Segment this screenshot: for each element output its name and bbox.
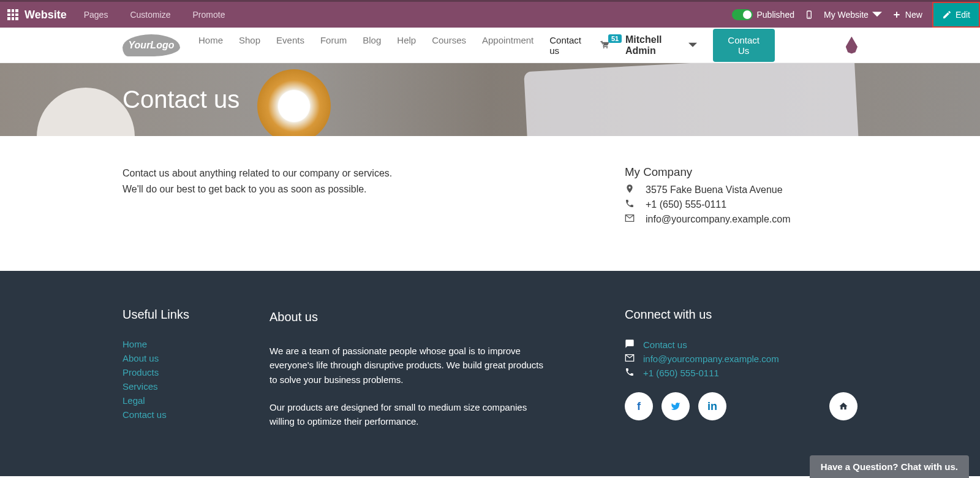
phone-icon [625, 367, 635, 379]
page-title: Contact us [123, 86, 239, 113]
site-nav: Home Shop Events Forum Blog Help Courses… [198, 35, 581, 56]
published-toggle[interactable]: Published [732, 9, 794, 20]
my-website-dropdown[interactable]: My Website [824, 10, 882, 20]
topbar-menu-customize[interactable]: Customize [130, 10, 170, 20]
contact-us-button[interactable]: Contact Us [713, 29, 775, 62]
new-button[interactable]: New [892, 10, 922, 20]
linkedin-icon: in [707, 400, 717, 413]
site-footer: Useful Links Home About us Products Serv… [0, 271, 980, 476]
apps-icon[interactable] [7, 9, 18, 20]
contact-intro-line1: Contact us about anything related to our… [123, 165, 588, 181]
nav-courses[interactable]: Courses [432, 35, 466, 56]
hero-decor [524, 63, 861, 136]
footer-links-heading: Useful Links [123, 308, 233, 322]
nav-contact-us[interactable]: Contact us [549, 35, 581, 56]
hero-decor [37, 88, 135, 136]
company-email: info@yourcompany.example.com [646, 214, 791, 225]
mail-icon [625, 353, 635, 365]
footer-about-column: About us We are a team of passionate peo… [270, 308, 551, 442]
published-label: Published [756, 10, 794, 20]
chat-bubble-icon [625, 339, 635, 351]
edit-button[interactable]: Edit [932, 2, 980, 28]
cart-count-badge: 51 [608, 34, 622, 43]
social-home-button[interactable] [829, 392, 858, 420]
home-icon [839, 401, 848, 411]
caret-down-icon [872, 10, 882, 20]
caret-down-icon [688, 40, 697, 50]
nav-forum[interactable]: Forum [320, 35, 347, 56]
mobile-icon [804, 10, 814, 20]
footer-connect-email[interactable]: info@yourcompany.example.com [643, 354, 779, 364]
footer-connect-heading: Connect with us [625, 308, 858, 322]
social-twitter-button[interactable] [662, 392, 690, 420]
company-info: My Company 3575 Fake Buena Vista Avenue … [625, 165, 858, 228]
footer-link-home[interactable]: Home [123, 339, 233, 349]
nav-help[interactable]: Help [397, 35, 416, 56]
contact-intro-line2: We'll do our best to get back to you as … [123, 181, 588, 197]
cart-button[interactable]: 51 [600, 39, 609, 51]
footer-link-services[interactable]: Services [123, 381, 233, 392]
contact-intro: Contact us about anything related to our… [123, 165, 588, 228]
pencil-icon [942, 10, 952, 20]
social-linkedin-button[interactable]: in [698, 392, 726, 420]
mobile-preview-button[interactable] [804, 10, 814, 20]
facebook-icon: f [637, 400, 641, 413]
nav-events[interactable]: Events [276, 35, 304, 56]
svg-point-4 [603, 47, 605, 48]
site-header: YourLogo Home Shop Events Forum Blog Hel… [0, 28, 980, 63]
plus-icon [892, 10, 902, 20]
nav-appointment[interactable]: Appointment [482, 35, 533, 56]
footer-about-p1: We are a team of passionate people whose… [270, 344, 551, 387]
footer-about-p2: Our products are designed for small to m… [270, 400, 551, 429]
footer-link-contact[interactable]: Contact us [123, 409, 233, 420]
user-dropdown[interactable]: Mitchell Admin [625, 34, 697, 56]
admin-topbar: Website Pages Customize Promote Publishe… [0, 0, 980, 28]
topbar-menu-pages[interactable]: Pages [84, 10, 108, 20]
theme-drop-icon[interactable] [846, 37, 858, 54]
svg-point-5 [606, 47, 608, 48]
company-address: 3575 Fake Buena Vista Avenue [646, 184, 783, 195]
footer-link-legal[interactable]: Legal [123, 395, 233, 406]
mail-icon [625, 213, 635, 226]
logo-image: YourLogo [123, 34, 180, 56]
hero-banner: Contact us [0, 63, 980, 136]
footer-connect-column: Connect with us Contact us info@yourcomp… [625, 308, 858, 442]
footer-link-products[interactable]: Products [123, 367, 233, 377]
twitter-icon [671, 401, 680, 411]
nav-shop[interactable]: Shop [239, 35, 260, 56]
footer-connect-contact[interactable]: Contact us [643, 340, 687, 350]
nav-home[interactable]: Home [198, 35, 223, 56]
hero-decor [257, 69, 331, 136]
social-facebook-button[interactable]: f [625, 392, 653, 420]
footer-about-heading: About us [270, 308, 551, 327]
company-phone: +1 (650) 555-0111 [646, 199, 726, 210]
site-logo[interactable]: YourLogo [123, 33, 180, 58]
footer-links-column: Useful Links Home About us Products Serv… [123, 308, 233, 442]
nav-blog[interactable]: Blog [363, 35, 381, 56]
contact-section: Contact us about anything related to our… [0, 136, 980, 271]
footer-connect-phone[interactable]: +1 (650) 555-0111 [643, 368, 719, 378]
app-brand[interactable]: Website [24, 9, 67, 21]
company-name: My Company [625, 165, 858, 179]
chat-widget-tab[interactable]: Have a Question? Chat with us. [810, 455, 969, 476]
topbar-menu-promote[interactable]: Promote [193, 10, 225, 20]
map-pin-icon [625, 184, 635, 196]
toggle-switch-icon [732, 9, 753, 20]
phone-icon [625, 199, 635, 211]
footer-link-about[interactable]: About us [123, 353, 233, 363]
